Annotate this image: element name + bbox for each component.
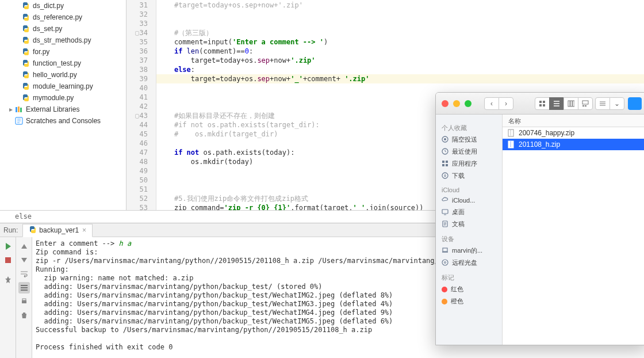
zip-file-icon (507, 140, 516, 148)
sidebar-hdr-devices: 设备 (436, 234, 502, 245)
run-tab-label: backup_ver1 (39, 226, 79, 234)
sidebar-item[interactable]: 远程光盘 (436, 257, 502, 269)
disc-icon (442, 259, 452, 267)
file-row[interactable]: 200746_happy.zip (503, 127, 644, 139)
svg-rect-9 (539, 104, 542, 106)
svg-rect-4 (5, 257, 11, 263)
finder-file-list[interactable]: 200746_happy.zip201108_h.zip (503, 127, 644, 345)
titlebar[interactable]: ‹ › ⌄ (436, 93, 644, 115)
tag-dot-icon (442, 299, 447, 304)
zoom-window-button[interactable] (465, 100, 471, 107)
line-gutter: 313233▢343536373839404142▢43444546474849… (126, 0, 156, 210)
tag-item[interactable]: 橙色 (436, 295, 502, 307)
stop-button[interactable] (2, 254, 14, 266)
gallery-view-button[interactable] (578, 97, 593, 110)
docs-icon (442, 220, 452, 228)
share-button[interactable] (628, 97, 642, 110)
svg-rect-27 (443, 248, 447, 252)
scroll-up-button[interactable] (18, 241, 30, 252)
file-item[interactable]: ds_reference.py (0, 12, 126, 23)
python-file-icon (22, 94, 30, 102)
python-file-icon (22, 2, 30, 10)
run-toolbar (0, 237, 16, 358)
label: 橙色 (451, 297, 463, 306)
file-item[interactable]: ds_set.py (0, 23, 126, 35)
file-item[interactable]: module_learning.py (0, 81, 126, 92)
sidebar-item[interactable]: 文稿 (436, 218, 502, 230)
project-tree[interactable]: ds_dict.pyds_reference.pyds_set.pyds_str… (0, 0, 126, 210)
sidebar-item[interactable]: 隔空投送 (436, 134, 502, 146)
file-label: ds_reference.py (33, 13, 82, 21)
sidebar-item[interactable]: 最近使用 (436, 146, 502, 158)
file-item[interactable]: ds_dict.py (0, 0, 126, 12)
file-item[interactable]: ds_str_methods.py (0, 35, 126, 46)
finder-window[interactable]: ‹ › ⌄ 个人收藏 隔空投送最近使用应用程序下载 iCloud iCloud.… (435, 92, 644, 345)
scratches-consoles[interactable]: ▸Scratches and Consoles (0, 115, 126, 127)
sidebar-item[interactable]: 下载 (436, 170, 502, 182)
minimize-window-button[interactable] (453, 100, 460, 107)
label: 远程光盘 (452, 258, 477, 267)
print-button[interactable] (18, 296, 30, 307)
file-item[interactable]: function_test.py (0, 58, 126, 69)
svg-point-28 (442, 260, 448, 265)
svg-rect-25 (442, 210, 448, 214)
clock-icon (442, 148, 452, 156)
sidebar-item[interactable]: marvin的... (436, 245, 502, 257)
file-label: ds_str_methods.py (33, 36, 91, 44)
label: iCloud... (452, 197, 475, 204)
finder-sidebar[interactable]: 个人收藏 隔空投送最近使用应用程序下载 iCloud iCloud...桌面文稿… (436, 115, 503, 345)
label: 桌面 (452, 208, 465, 216)
column-header-name[interactable]: 名称 (503, 115, 644, 127)
arrange-dropdown[interactable]: ⌄ (610, 97, 624, 110)
arrange-button[interactable] (595, 97, 610, 110)
svg-rect-7 (539, 101, 542, 103)
file-item[interactable]: mymodule.py (0, 92, 126, 104)
file-name: 200746_happy.zip (519, 129, 574, 137)
file-label: module_learning.py (33, 82, 93, 90)
svg-rect-22 (442, 164, 444, 166)
svg-rect-1 (18, 106, 20, 112)
sidebar-hdr-tags: 标记 (436, 272, 502, 283)
sidebar-item[interactable]: 应用程序 (436, 158, 502, 170)
sidebar-item[interactable]: 桌面 (436, 206, 502, 218)
svg-rect-2 (20, 108, 22, 112)
tag-item[interactable]: 红色 (436, 283, 502, 295)
run-tab[interactable]: backup_ver1 × (22, 224, 93, 237)
python-file-icon (22, 25, 30, 33)
list-view-button[interactable] (549, 97, 564, 110)
soft-wrap-button[interactable] (18, 268, 30, 280)
svg-rect-13 (573, 101, 574, 106)
python-file-icon (22, 71, 30, 79)
svg-rect-11 (568, 101, 570, 106)
airdrop-icon (442, 136, 452, 144)
apps-icon (442, 160, 452, 168)
file-item[interactable]: for.py (0, 46, 126, 58)
pin-button[interactable] (2, 274, 14, 285)
close-icon[interactable]: × (82, 226, 86, 234)
run-toolbar-2 (16, 237, 32, 358)
label: External Libraries (26, 105, 79, 113)
close-window-button[interactable] (442, 100, 448, 107)
svg-rect-15 (582, 105, 584, 106)
toggle-output-button[interactable] (18, 282, 30, 294)
icon-view-button[interactable] (535, 97, 550, 110)
delete-button[interactable] (18, 310, 30, 321)
label: 文稿 (452, 220, 465, 228)
back-button[interactable]: ‹ (484, 97, 499, 110)
svg-rect-0 (16, 107, 17, 112)
file-item[interactable]: hello_world.py (0, 69, 126, 81)
label: Scratches and Consoles (26, 117, 101, 125)
column-view-button[interactable] (564, 97, 578, 110)
svg-rect-10 (543, 104, 545, 106)
file-row[interactable]: 201108_h.zip (503, 139, 644, 150)
forward-button[interactable]: › (499, 97, 513, 110)
svg-rect-21 (446, 161, 448, 163)
external-libraries[interactable]: ▸External Libraries (0, 104, 126, 115)
scroll-down-button[interactable] (18, 254, 30, 266)
rerun-button[interactable] (2, 241, 14, 252)
svg-rect-12 (570, 101, 572, 106)
python-file-icon (22, 82, 30, 90)
svg-rect-20 (442, 161, 444, 163)
cloud-icon (442, 196, 452, 204)
sidebar-item[interactable]: iCloud... (436, 195, 502, 206)
